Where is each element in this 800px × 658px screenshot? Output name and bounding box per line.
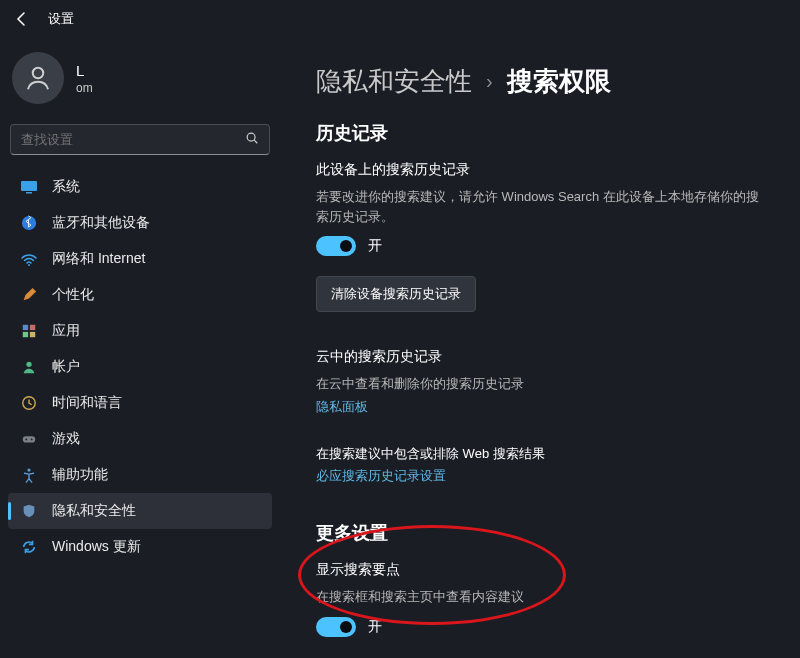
brush-icon [20, 286, 38, 304]
sidebar: L om 系统 蓝牙和其他设备 网络和 Internet [0, 34, 280, 658]
sidebar-item-accessibility[interactable]: 辅助功能 [8, 457, 272, 493]
device-history-title: 此设备上的搜索历史记录 [316, 161, 764, 179]
sidebar-item-apps[interactable]: 应用 [8, 313, 272, 349]
sidebar-item-privacy[interactable]: 隐私和安全性 [8, 493, 272, 529]
monitor-icon [20, 178, 38, 196]
sidebar-item-update[interactable]: Windows 更新 [8, 529, 272, 565]
svg-rect-8 [30, 325, 35, 330]
svg-rect-3 [21, 181, 37, 191]
toggle-state-label: 开 [368, 237, 382, 255]
accessibility-icon [20, 466, 38, 484]
sidebar-item-label: 帐户 [52, 358, 80, 376]
nav-list: 系统 蓝牙和其他设备 网络和 Internet 个性化 应用 帐户 [8, 169, 272, 565]
cloud-history-block: 云中的搜索历史记录 在云中查看和删除你的搜索历史记录 隐私面板 [316, 348, 764, 434]
back-icon[interactable] [14, 11, 30, 27]
person-icon [20, 358, 38, 376]
svg-point-11 [26, 362, 31, 367]
sidebar-item-label: 隐私和安全性 [52, 502, 136, 520]
sidebar-item-gaming[interactable]: 游戏 [8, 421, 272, 457]
search-highlights-desc: 在搜索框和搜索主页中查看内容建议 [316, 587, 764, 607]
svg-point-16 [27, 469, 30, 472]
sidebar-item-time[interactable]: 时间和语言 [8, 385, 272, 421]
chevron-right-icon: › [486, 70, 493, 93]
toggle-state-label: 开 [368, 618, 382, 636]
cloud-history-title: 云中的搜索历史记录 [316, 348, 764, 366]
svg-rect-9 [23, 332, 28, 337]
grid-icon [20, 322, 38, 340]
bing-history-link[interactable]: 必应搜索历史记录设置 [316, 467, 446, 485]
search-input[interactable] [21, 132, 245, 147]
svg-point-5 [22, 216, 36, 230]
wifi-icon [20, 250, 38, 268]
sync-icon [20, 538, 38, 556]
svg-rect-4 [26, 192, 32, 194]
device-history-desc: 若要改进你的搜索建议，请允许 Windows Search 在此设备上本地存储你… [316, 187, 764, 226]
device-history-block: 此设备上的搜索历史记录 若要改进你的搜索建议，请允许 Windows Searc… [316, 161, 764, 338]
profile-block[interactable]: L om [8, 40, 272, 122]
breadcrumb-parent[interactable]: 隐私和安全性 [316, 64, 472, 99]
sidebar-item-bluetooth[interactable]: 蓝牙和其他设备 [8, 205, 272, 241]
search-input-wrapper[interactable] [10, 124, 270, 155]
svg-point-14 [25, 439, 27, 441]
more-settings-heading: 更多设置 [316, 521, 764, 545]
gamepad-icon [20, 430, 38, 448]
search-icon [245, 131, 259, 148]
svg-rect-7 [23, 325, 28, 330]
privacy-dashboard-link[interactable]: 隐私面板 [316, 398, 368, 416]
svg-point-15 [31, 439, 33, 441]
svg-point-0 [33, 68, 44, 79]
svg-point-6 [28, 264, 30, 266]
svg-rect-10 [30, 332, 35, 337]
search-highlights-title: 显示搜索要点 [316, 561, 764, 579]
web-results-desc: 在搜索建议中包含或排除 Web 搜索结果 [316, 444, 764, 464]
main-content: 隐私和安全性 › 搜索权限 历史记录 此设备上的搜索历史记录 若要改进你的搜索建… [280, 34, 800, 658]
sidebar-item-label: 时间和语言 [52, 394, 122, 412]
svg-rect-13 [23, 436, 35, 442]
sidebar-item-label: 个性化 [52, 286, 94, 304]
page-title: 搜索权限 [507, 64, 611, 99]
profile-name: L [76, 62, 93, 79]
sidebar-item-personalization[interactable]: 个性化 [8, 277, 272, 313]
avatar [12, 52, 64, 104]
sidebar-item-label: 游戏 [52, 430, 80, 448]
search-highlights-toggle[interactable] [316, 617, 356, 637]
sidebar-item-label: 系统 [52, 178, 80, 196]
web-results-block: 在搜索建议中包含或排除 Web 搜索结果 必应搜索历史记录设置 [316, 444, 764, 504]
history-heading: 历史记录 [316, 121, 764, 145]
search-highlights-block: 显示搜索要点 在搜索框和搜索主页中查看内容建议 开 [316, 561, 764, 637]
sidebar-item-system[interactable]: 系统 [8, 169, 272, 205]
device-history-toggle[interactable] [316, 236, 356, 256]
profile-email: om [76, 81, 93, 95]
clock-icon [20, 394, 38, 412]
sidebar-item-accounts[interactable]: 帐户 [8, 349, 272, 385]
sidebar-item-label: 蓝牙和其他设备 [52, 214, 150, 232]
cloud-history-desc: 在云中查看和删除你的搜索历史记录 [316, 374, 764, 394]
sidebar-item-label: 辅助功能 [52, 466, 108, 484]
sidebar-item-label: Windows 更新 [52, 538, 141, 556]
sidebar-item-label: 网络和 Internet [52, 250, 145, 268]
svg-point-1 [247, 133, 255, 141]
sidebar-item-label: 应用 [52, 322, 80, 340]
sidebar-item-network[interactable]: 网络和 Internet [8, 241, 272, 277]
breadcrumb: 隐私和安全性 › 搜索权限 [316, 64, 764, 99]
svg-line-2 [254, 140, 257, 143]
clear-history-button[interactable]: 清除设备搜索历史记录 [316, 276, 476, 312]
shield-icon [20, 502, 38, 520]
bluetooth-icon [20, 214, 38, 232]
window-title: 设置 [48, 10, 74, 28]
